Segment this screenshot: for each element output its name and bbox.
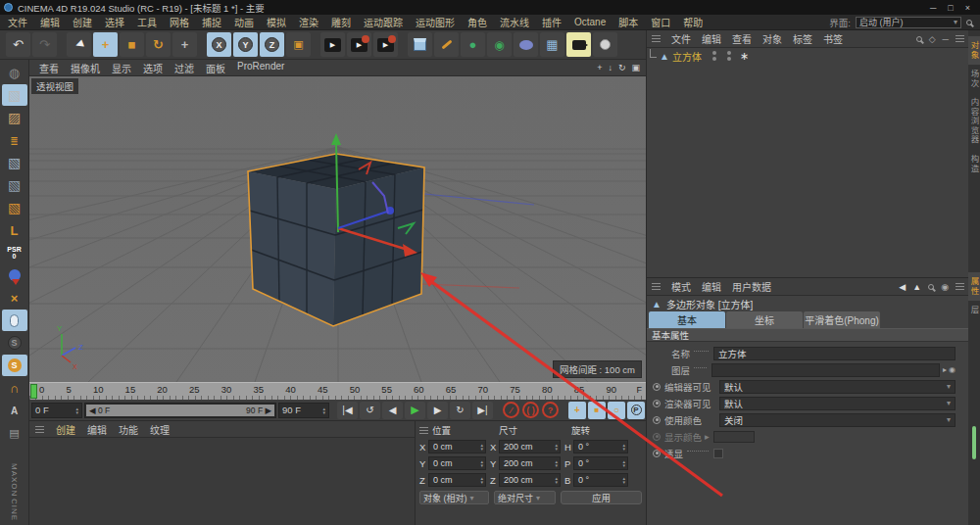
tab-content-browser[interactable]: 内容浏览器 [968,93,980,150]
tab-phong[interactable]: 平滑着色(Phong) [804,311,880,328]
material-menu-item[interactable]: 功能 [119,422,138,437]
menu-item[interactable]: 选择 [105,15,124,29]
snapping-button[interactable]: × [2,287,27,309]
menu-item[interactable]: 模拟 [267,15,286,29]
menu-item[interactable]: 创建 [73,15,92,29]
menu-item[interactable]: Octane [574,17,606,27]
menu-item[interactable]: 编辑 [40,15,60,29]
tab-attributes[interactable]: 属性 [968,272,980,301]
position-mode-dropdown[interactable]: 对象 (相对)▾ [419,491,489,504]
generators-button[interactable]: ◉ [487,32,512,57]
minimize-button[interactable]: ─ [930,3,936,13]
y-axis-lock-button[interactable]: Y [233,32,258,57]
xray-checkbox[interactable] [713,449,723,458]
frame-range-slider[interactable]: ◀ 0 F 90 F ▶ [84,403,276,418]
menu-item[interactable]: 角色 [467,15,487,29]
size-z-input[interactable]: 200 cm▴▾ [499,473,561,487]
search-icon[interactable] [916,36,922,42]
undo-button[interactable]: ↶ [6,32,30,57]
mouse-input-button[interactable] [2,310,27,331]
position-y-input[interactable]: 0 cm▴▾ [428,456,486,470]
minimize-panel-icon[interactable]: ─ [943,34,949,44]
position-x-input[interactable]: 0 cm▴▾ [428,440,486,453]
panel-menu-icon[interactable] [35,426,44,433]
search-icon[interactable] [928,284,934,290]
menu-item[interactable]: 渲染 [299,15,318,29]
attribute-menu-item[interactable]: 用户数据 [732,279,771,294]
object-menu-item[interactable]: 书签 [823,31,843,46]
menu-item[interactable]: 捕捉 [202,15,221,29]
filter-icon[interactable]: ◇ [929,34,936,44]
live-selection-button[interactable]: ▲ [67,32,91,57]
keyframe-selection-button[interactable]: ? [542,402,559,418]
menu-item[interactable]: 流水线 [500,15,529,29]
spline-pen-button[interactable] [434,32,459,57]
editor-visible-dropdown[interactable]: 默认▾ [719,380,956,394]
magnet-tool-button[interactable]: ∩ [2,377,27,399]
z-axis-lock-button[interactable]: Z [260,32,284,57]
play-backward-button[interactable]: ↺ [360,402,380,419]
key-scale-toggle[interactable]: ■ [588,402,606,419]
toggle-view-icon[interactable]: ▣ [631,63,640,72]
rotation-b-input[interactable]: 0 °▴▾ [573,473,628,487]
apply-button[interactable]: 应用 [561,491,642,504]
viewport-menu-item[interactable]: 显示 [112,61,131,75]
goto-end-button[interactable]: ▶| [472,402,493,419]
object-menu-item[interactable]: 对象 [762,31,782,46]
use-color-dropdown[interactable]: 关闭▾ [719,413,956,427]
axis-mode-button[interactable]: L [2,219,27,241]
viewport-menu-item[interactable]: 摄像机 [71,61,100,75]
animation-dot-icon[interactable] [653,416,661,424]
polygons-mode-button[interactable]: ▧ [2,197,27,218]
camera-button[interactable] [566,32,591,57]
viewport-menu-item[interactable]: 过滤 [174,61,194,75]
viewport-menu-item[interactable]: ProRender [237,61,284,75]
texture-mode-button[interactable]: ▨ [2,107,27,128]
tab-coordinates[interactable]: 坐标 [726,311,803,328]
workplane-mode-button[interactable]: ≣ [2,129,27,151]
menu-item[interactable]: 动画 [234,15,254,29]
panel-menu-icon[interactable] [652,283,661,290]
loop-button[interactable]: ↻ [450,402,470,419]
rotation-h-input[interactable]: 0 °▴▾ [573,440,628,453]
close-button[interactable]: × [965,3,970,13]
menu-item[interactable]: 网格 [170,15,189,29]
texture-paint-mode-button[interactable]: ◍ [2,62,27,83]
size-mode-dropdown[interactable]: 绝对尺寸▾ [494,491,556,504]
object-menu-item[interactable]: 查看 [732,31,752,46]
timeline-ruler[interactable]: 051015202530354045505560657075808590 F [29,382,646,400]
tab-takes[interactable]: 场次 [968,65,980,93]
menu-item[interactable]: 帮助 [683,15,703,29]
viewport-menu-item[interactable]: 选项 [143,61,163,75]
material-menu-item[interactable]: 编辑 [87,422,107,437]
menu-item[interactable]: 脚本 [618,15,638,29]
scrollbar-thumb[interactable] [972,426,976,459]
list-options-icon[interactable] [956,283,964,290]
size-x-input[interactable]: 200 cm▴▾ [499,440,561,453]
snap-off-button[interactable]: S [2,332,27,354]
object-menu-item[interactable]: 文件 [671,31,691,46]
viewport-menu-item[interactable]: 查看 [39,61,59,75]
floor-button[interactable]: ▦ [540,32,564,57]
section-header[interactable]: 基本属性 [647,328,969,342]
layer-picker-icon[interactable]: ◉ [949,365,956,374]
previous-frame-button[interactable]: ◀ [382,402,403,419]
layers-button[interactable]: A [2,400,27,421]
viewport-canvas[interactable]: 透视视图 [29,76,646,382]
end-frame-input[interactable]: 90 F▴▾ [278,403,329,418]
search-icon[interactable] [966,20,972,25]
history-back-icon[interactable]: ◀ [899,282,906,292]
render-visible-dropdown[interactable]: 默认▾ [719,397,956,410]
move-tool-button[interactable]: + [93,32,118,57]
x-axis-lock-button[interactable]: X [207,32,231,57]
rotate-tool-button[interactable]: ↻ [146,32,171,57]
material-menu-item[interactable]: 纹理 [150,422,170,437]
points-mode-button[interactable]: ▧ [2,152,27,173]
object-name-label[interactable]: 立方体 [672,49,702,64]
play-button[interactable]: ▶ [405,402,425,419]
list-options-icon[interactable] [956,35,964,42]
object-menu-item[interactable]: 编辑 [702,31,721,46]
viewport-menu-item[interactable]: 面板 [206,61,225,75]
animation-dot-icon[interactable] [653,383,661,391]
interface-dropdown[interactable]: 启动 (用户)▾ [856,17,961,28]
